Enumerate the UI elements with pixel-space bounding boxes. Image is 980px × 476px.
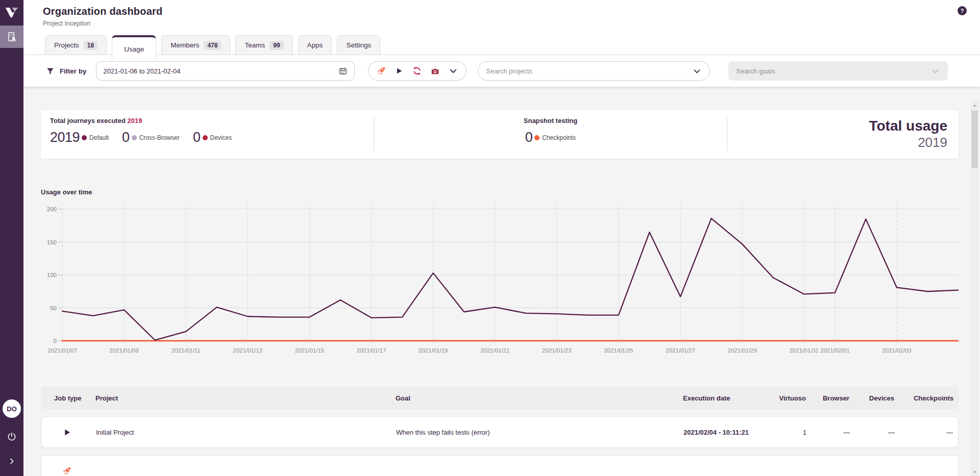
tab-projects-badge: 18 xyxy=(84,41,97,50)
table-row[interactable] xyxy=(41,455,959,476)
job-type-filter-group xyxy=(368,61,467,81)
checkpoints-label: Checkpoints xyxy=(542,134,576,141)
svg-text:2021/01/25: 2021/01/25 xyxy=(604,347,633,354)
snapshot-breakdown: 0 Checkpoints xyxy=(525,130,576,145)
power-icon xyxy=(7,432,17,442)
snapshot-title: Snapshot testing xyxy=(524,117,577,124)
page-subtitle: Project Inception xyxy=(43,20,980,27)
sidebar-expand-button[interactable] xyxy=(0,452,23,471)
chevron-right-icon xyxy=(8,457,16,465)
devices-dot-icon xyxy=(203,135,208,140)
date-range-input[interactable]: 2021-01-06 to 2021-02-04 xyxy=(96,61,355,81)
sync-job-button[interactable] xyxy=(412,66,422,76)
usage-summary-card: Total journeys executed 2019 2019 Defaul… xyxy=(41,110,959,159)
svg-text:2021/01/17: 2021/01/17 xyxy=(357,347,386,354)
user-avatar[interactable]: DO xyxy=(3,399,21,418)
snapshot-summary: Snapshot testing 0 Checkpoints xyxy=(374,110,727,159)
play-job-button[interactable] xyxy=(395,67,403,75)
devices-count: 0 xyxy=(193,130,201,145)
svg-text:2021/01/19: 2021/01/19 xyxy=(419,347,448,354)
filter-label: Filter by xyxy=(60,67,87,75)
svg-text:2021/02/01: 2021/02/01 xyxy=(820,347,850,354)
filter-funnel-icon xyxy=(46,67,55,76)
scrollbar-thumb[interactable] xyxy=(972,111,977,168)
default-dot-icon xyxy=(82,135,87,140)
svg-text:2021/01/15: 2021/01/15 xyxy=(295,347,325,354)
svg-text:2021/01/27: 2021/01/27 xyxy=(666,347,695,354)
calendar-icon xyxy=(339,67,347,75)
chart-title: Usage over time xyxy=(41,188,959,196)
camera-job-button[interactable] xyxy=(431,67,439,76)
vertical-scrollbar[interactable]: ▲ ▼ xyxy=(971,102,978,476)
project-cell: Initial Project xyxy=(92,429,396,436)
tab-label: Projects xyxy=(54,41,79,49)
svg-text:50: 50 xyxy=(50,305,57,311)
tab-label: Settings xyxy=(346,41,371,49)
search-projects-select[interactable]: Search projects xyxy=(478,61,710,81)
usage-over-time-chart: 0501001502002021/01/072021/01/092021/01/… xyxy=(41,200,959,356)
rocket-icon xyxy=(62,466,71,475)
tab-members[interactable]: Members 478 xyxy=(161,35,230,55)
cross-browser-count: 0 xyxy=(122,130,130,145)
tab-label: Teams xyxy=(244,41,265,49)
usage-table: Job type Project Goal Execution date Vir… xyxy=(41,387,959,476)
filter-bar: Filter by 2021-01-06 to 2021-02-04 xyxy=(23,55,980,87)
cross-browser-label: Cross-Browser xyxy=(139,134,180,141)
journeys-title: Total journeys executed 2019 xyxy=(50,117,364,124)
play-icon xyxy=(63,428,71,437)
logout-button[interactable] xyxy=(0,427,23,446)
rocket-job-button[interactable] xyxy=(377,66,386,76)
svg-text:2021/01/13: 2021/01/13 xyxy=(233,347,263,354)
col-project: Project xyxy=(92,394,396,402)
tab-settings[interactable]: Settings xyxy=(337,35,380,55)
table-row[interactable]: Initial Project When this step fails tes… xyxy=(41,416,959,448)
sidebar-item-organization[interactable] xyxy=(0,26,23,48)
tab-apps[interactable]: Apps xyxy=(298,35,332,55)
search-goals-placeholder: Search goals xyxy=(737,67,931,75)
play-icon xyxy=(395,67,403,75)
svg-text:0: 0 xyxy=(54,338,57,344)
more-job-types-button[interactable] xyxy=(449,66,458,76)
default-count: 2019 xyxy=(50,130,80,145)
devices-label: Devices xyxy=(210,134,232,141)
search-goals-select[interactable]: Search goals xyxy=(728,61,948,81)
col-virtuoso: Virtuoso xyxy=(763,394,809,402)
svg-text:200: 200 xyxy=(47,206,57,212)
table-header: Job type Project Goal Execution date Vir… xyxy=(41,387,959,409)
scroll-down-arrow-icon[interactable]: ▼ xyxy=(973,469,977,475)
chevron-down-icon xyxy=(931,67,940,76)
scroll-up-arrow-icon[interactable]: ▲ xyxy=(973,103,977,109)
journeys-title-text: Total journeys executed xyxy=(50,117,126,124)
checkpoints-count: 0 xyxy=(525,130,533,145)
col-goal: Goal xyxy=(396,394,679,402)
camera-icon xyxy=(431,67,439,76)
tab-label: Members xyxy=(170,41,199,49)
svg-text:2021/02/03: 2021/02/03 xyxy=(882,347,912,354)
organization-building-icon xyxy=(6,31,17,42)
total-usage-title: Total usage xyxy=(869,118,947,134)
tab-usage[interactable]: Usage xyxy=(112,35,156,61)
journeys-title-value: 2019 xyxy=(127,117,142,124)
col-browser: Browser xyxy=(809,394,852,402)
sync-icon xyxy=(412,66,422,76)
journeys-breakdown: 2019 Default 0 Cross-Browser 0 Devices xyxy=(50,130,364,145)
date-range-value: 2021-01-06 to 2021-02-04 xyxy=(104,67,339,75)
app-root: DO Organization dashboard Project Incept… xyxy=(0,0,980,476)
tab-projects[interactable]: Projects 18 xyxy=(45,35,107,55)
app-logo[interactable] xyxy=(0,0,23,26)
checkpoints-dot-icon xyxy=(534,135,540,140)
browser-cell: — xyxy=(810,429,853,436)
job-type-cell xyxy=(41,428,92,437)
tab-label: Apps xyxy=(307,41,323,49)
usage-content: Total journeys executed 2019 2019 Defaul… xyxy=(23,87,980,476)
tab-teams[interactable]: Teams 99 xyxy=(235,35,292,55)
usage-chart-block: Usage over time 0501001502002021/01/0720… xyxy=(41,188,959,358)
execution-date-cell: 2021/02/04 - 10:11:21 xyxy=(679,429,764,436)
virtuoso-cell: 1 xyxy=(764,429,810,436)
tab-label: Usage xyxy=(124,45,144,53)
help-icon[interactable]: ? xyxy=(958,6,967,15)
total-usage-summary: Total usage 2019 xyxy=(727,110,959,159)
sidebar: DO xyxy=(0,0,23,476)
svg-text:150: 150 xyxy=(47,239,57,245)
tab-members-badge: 478 xyxy=(204,41,221,50)
